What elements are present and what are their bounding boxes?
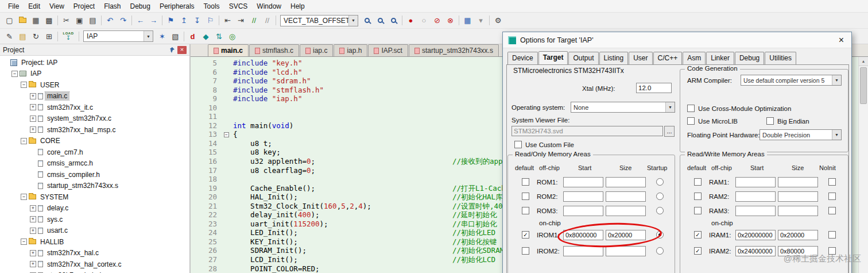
menu-item-view[interactable]: View (45, 1, 69, 12)
batch-build-button[interactable]: ⊞ (42, 30, 56, 43)
xtal-input[interactable] (636, 83, 672, 93)
menu-item-debug[interactable]: Debug (126, 1, 155, 12)
expand-icon[interactable]: + (30, 228, 36, 234)
tree-item-usart-c[interactable]: +usart.c (0, 225, 189, 237)
tree-item-system[interactable]: −SYSTEM (0, 191, 189, 203)
menu-item-window[interactable]: Window (252, 1, 286, 12)
cross-module-optimization-checkbox[interactable] (687, 105, 695, 112)
tree-item-core-cm7-h[interactable]: core_cm7.h (0, 147, 189, 158)
dialog-close-button[interactable]: × (836, 36, 846, 45)
dialog-tab-listing[interactable]: Listing (599, 52, 629, 64)
irom1-size-input[interactable] (606, 230, 646, 240)
tree-item-startup-stm32h743xx-s[interactable]: startup_stm32h743xx.s (0, 180, 189, 192)
collapse-icon[interactable]: − (21, 138, 27, 144)
tree-item-hallib[interactable]: −HALLIB (0, 236, 189, 248)
find-in-files-button[interactable] (361, 14, 374, 27)
tree-item-core[interactable]: −CORE (0, 136, 189, 147)
window-layout-dropdown[interactable]: ▾ (474, 14, 487, 27)
clear-bookmarks-button[interactable]: ⚐ (204, 14, 217, 27)
use-microlib-checkbox[interactable] (687, 117, 695, 125)
collapse-icon[interactable]: − (21, 239, 27, 245)
rom1-start-input[interactable] (563, 177, 603, 187)
ram3-default-checkbox[interactable] (694, 207, 702, 214)
tree-item-sys-c[interactable]: +sys.c (0, 214, 189, 225)
dialog-tab-asm[interactable]: Asm (683, 52, 706, 64)
disable-all-breakpoints-button[interactable]: ⊘ (431, 14, 444, 27)
download-button[interactable]: LOAD↧ (60, 30, 77, 43)
toggle-bookmark-button[interactable]: ⚑ (164, 14, 177, 27)
unindent-button[interactable]: ⇤ (221, 14, 234, 27)
cut-button[interactable]: ✂ (60, 14, 73, 27)
close-panel-button[interactable]: × (177, 46, 187, 54)
configuration-button[interactable]: ⚙ (491, 14, 505, 27)
tree-item-cmsis-armcc-h[interactable]: cmsis_armcc.h (0, 158, 189, 170)
collapse-icon[interactable]: − (11, 71, 18, 77)
editor-tab-iap-h[interactable]: iap.h (334, 44, 367, 56)
collapse-icon[interactable]: − (21, 194, 27, 200)
ram2-start-input[interactable] (735, 191, 776, 202)
stack-navigate-button[interactable]: ⇅ (212, 30, 226, 43)
irom1-startup-radio[interactable] (656, 231, 664, 239)
tree-item-system-stm32h7xx-c[interactable]: +system_stm32h7xx.c (0, 113, 189, 125)
tree-item-stm32h7xx-hal-c[interactable]: +stm32h7xx_hal.c (0, 248, 189, 259)
editor-tab-startup-stm32h743xx-s[interactable]: startup_stm32h743xx.s (409, 44, 499, 56)
menu-item-flash[interactable]: Flash (99, 1, 125, 12)
use-custom-file-checkbox[interactable] (514, 141, 522, 148)
rom3-startup-radio[interactable] (656, 207, 664, 214)
pin-icon[interactable] (167, 46, 176, 54)
dialog-tab-utilities[interactable]: Utilities (765, 52, 796, 64)
window-layout-button[interactable]: ▦ (461, 14, 474, 27)
paste-button[interactable]: ▤ (86, 14, 99, 27)
chevron-down-icon[interactable]: ▼ (832, 130, 841, 140)
scroll-up-icon[interactable]: ▲ (859, 57, 868, 66)
system-viewer-file-input[interactable] (512, 126, 663, 136)
irom2-startup-radio[interactable] (656, 247, 664, 255)
save-button[interactable]: ▦ (29, 14, 42, 27)
chevron-down-icon[interactable]: ▼ (665, 102, 675, 112)
chevron-down-icon[interactable]: ▼ (144, 31, 153, 41)
tree-item-delay-c[interactable]: +delay.c (0, 203, 189, 214)
build-button[interactable]: ▤ (16, 30, 29, 43)
ram1-noinit-checkbox[interactable] (828, 178, 836, 186)
enable-disable-breakpoint-button[interactable]: ○ (417, 14, 431, 27)
irom1-default-checkbox[interactable]: ✓ (522, 231, 529, 239)
next-bookmark-button[interactable]: ↧ (191, 14, 204, 27)
tree-item-stm32h7xx-it-c[interactable]: +stm32h7xx_it.c (0, 102, 189, 113)
find-button[interactable] (374, 14, 387, 27)
big-endian-checkbox[interactable] (766, 117, 774, 125)
chevron-down-icon[interactable]: ▼ (832, 75, 841, 85)
insert-breakpoint-button[interactable]: ● (404, 14, 417, 27)
floating-point-hardware-select[interactable]: Double Precision ▼ (760, 129, 842, 140)
rom2-size-input[interactable] (606, 191, 646, 202)
rebuild-all-button[interactable]: ↻ (29, 30, 42, 43)
dialog-tab-debug[interactable]: Debug (735, 52, 764, 64)
dialog-tab-c-c[interactable]: C/C++ (653, 52, 683, 64)
ram1-size-input[interactable] (778, 177, 818, 187)
browse-svd-button[interactable]: ... (664, 126, 675, 137)
editor-tab-main-c[interactable]: main.c (208, 44, 249, 56)
translate-button[interactable]: ✎ (3, 30, 16, 43)
tree-item-project-iap[interactable]: Project: IAP (0, 57, 189, 68)
tree-item-stm32h7xx-hal-dma-c[interactable]: +stm32h7xx_hal_dma.c (0, 270, 189, 273)
arm-compiler-select[interactable]: Use default compiler version 5 ▼ (741, 75, 842, 86)
ram1-start-input[interactable] (735, 177, 776, 187)
rom3-size-input[interactable] (606, 206, 646, 216)
ram2-default-checkbox[interactable] (694, 193, 702, 200)
new-file-button[interactable]: ▢ (3, 14, 16, 27)
ram1-default-checkbox[interactable] (694, 178, 702, 186)
navigate-forward-button[interactable]: → (147, 14, 160, 27)
editor-vertical-scrollbar[interactable]: ▲ (858, 57, 868, 273)
tree-item-main-c[interactable]: +main.c (0, 91, 189, 102)
tree-item-user[interactable]: −USER (0, 79, 189, 91)
rom1-size-input[interactable] (606, 177, 646, 187)
iram2-default-checkbox[interactable]: ✓ (694, 247, 702, 255)
save-all-button[interactable]: ▩ (42, 14, 56, 27)
expand-icon[interactable]: + (30, 216, 36, 222)
scrollbar-thumb[interactable] (860, 67, 867, 104)
operating-system-select[interactable]: None ▼ (571, 102, 675, 113)
fold-marker[interactable]: − (224, 132, 229, 137)
menu-item-file[interactable]: File (3, 1, 24, 12)
incremental-find-button[interactable] (387, 14, 400, 27)
menu-item-svcs[interactable]: SVCS (224, 1, 253, 12)
start-debug-button[interactable]: d (186, 30, 199, 43)
